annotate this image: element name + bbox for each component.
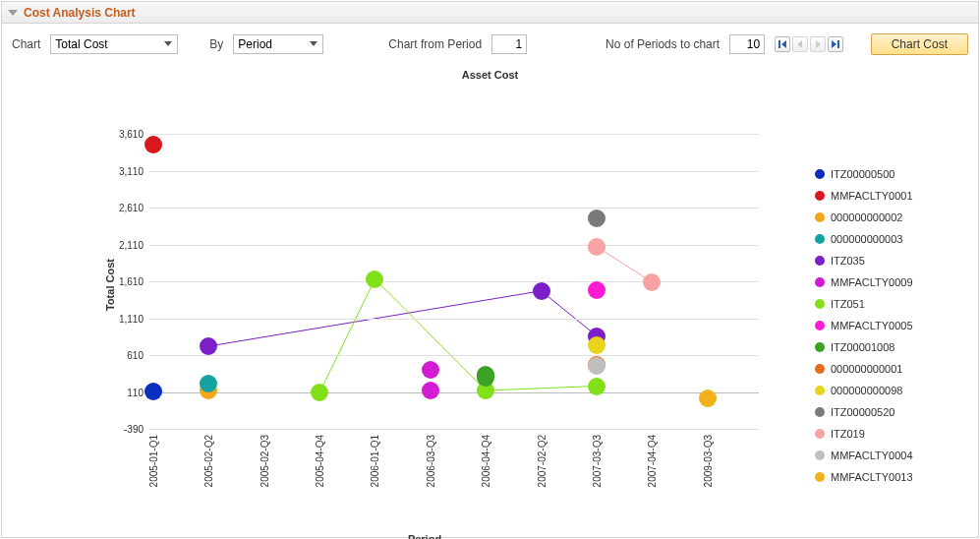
data-point[interactable] bbox=[588, 281, 605, 299]
gridline bbox=[149, 281, 759, 282]
nav-next-icon bbox=[810, 36, 826, 52]
legend-dot-icon bbox=[815, 234, 825, 244]
data-point[interactable] bbox=[643, 273, 661, 291]
x-tick-label: 2007-03-Q3 bbox=[591, 435, 602, 487]
svg-marker-1 bbox=[781, 40, 786, 48]
legend-item[interactable]: ITZ00001008 bbox=[815, 336, 962, 358]
data-point[interactable] bbox=[588, 378, 605, 395]
legend-item[interactable]: ITZ00000520 bbox=[815, 401, 962, 423]
gridline bbox=[149, 319, 759, 320]
data-point[interactable] bbox=[200, 375, 217, 392]
legend-item[interactable]: MMFACLTY0004 bbox=[815, 445, 962, 466]
legend-item[interactable]: ITZ051 bbox=[815, 293, 962, 315]
legend-dot-icon bbox=[815, 342, 825, 352]
data-point[interactable] bbox=[366, 270, 383, 288]
x-tick-label: 2006-04-Q4 bbox=[481, 435, 491, 487]
by-select[interactable]: Period bbox=[233, 34, 323, 54]
data-point[interactable] bbox=[200, 337, 217, 355]
chart-cost-button[interactable]: Chart Cost bbox=[871, 33, 968, 55]
periods-count-input[interactable] bbox=[729, 34, 765, 54]
collapse-icon[interactable] bbox=[8, 10, 18, 16]
data-point[interactable] bbox=[311, 384, 328, 401]
nav-last-icon[interactable] bbox=[828, 36, 843, 52]
data-point[interactable] bbox=[588, 238, 605, 256]
legend-label: ITZ035 bbox=[831, 255, 865, 267]
legend-item[interactable]: MMFACLTY0009 bbox=[815, 271, 962, 293]
data-point[interactable] bbox=[422, 382, 439, 399]
legend-label: 000000000002 bbox=[831, 211, 902, 223]
legend-dot-icon bbox=[815, 256, 825, 266]
data-point[interactable] bbox=[477, 369, 494, 387]
legend-dot-icon bbox=[815, 364, 825, 374]
x-tick-label: 2005-02-Q3 bbox=[259, 435, 269, 487]
legend-dot-icon bbox=[815, 429, 825, 439]
legend-item[interactable]: ITZ019 bbox=[815, 423, 962, 445]
x-tick-label: 2009-03-Q3 bbox=[702, 435, 713, 487]
legend-label: MMFACLTY0001 bbox=[831, 190, 913, 202]
svg-marker-4 bbox=[832, 40, 836, 48]
gridline bbox=[149, 208, 759, 209]
data-point[interactable] bbox=[588, 357, 605, 375]
data-point[interactable] bbox=[144, 136, 162, 153]
legend-dot-icon bbox=[815, 321, 825, 330]
x-tick-label: 2007-04-Q4 bbox=[647, 435, 658, 487]
legend-label: MMFACLTY0013 bbox=[831, 471, 913, 483]
by-label: By bbox=[209, 37, 223, 51]
gridline bbox=[149, 429, 759, 430]
legend-dot-icon bbox=[815, 277, 825, 287]
svg-marker-2 bbox=[797, 40, 802, 48]
legend-label: 000000000001 bbox=[831, 363, 902, 375]
svg-line-7 bbox=[542, 291, 597, 336]
data-point[interactable] bbox=[533, 282, 550, 300]
nav-prev-icon bbox=[792, 36, 808, 52]
legend-item[interactable]: 000000000003 bbox=[815, 228, 962, 250]
panel-title: Cost Analysis Chart bbox=[24, 6, 136, 20]
x-tick-label: 2005-01-Q1 bbox=[148, 435, 159, 487]
legend-item[interactable]: ITZ035 bbox=[815, 250, 962, 271]
x-tick-label: 2006-01-Q1 bbox=[370, 435, 380, 487]
legend-item[interactable]: MMFACLTY0005 bbox=[815, 315, 962, 336]
cost-analysis-panel: Cost Analysis Chart Chart Total Cost By … bbox=[1, 1, 979, 538]
data-point[interactable] bbox=[588, 336, 605, 354]
data-point[interactable] bbox=[588, 210, 605, 227]
legend-item[interactable]: 000000000001 bbox=[815, 358, 962, 380]
legend-label: ITZ051 bbox=[831, 298, 865, 310]
chart-title: Asset Cost bbox=[2, 55, 978, 81]
x-tick-label: 2006-03-Q3 bbox=[425, 435, 435, 487]
gridline bbox=[149, 245, 759, 246]
periods-count-label: No of Periods to chart bbox=[605, 37, 720, 51]
chart-label: Chart bbox=[12, 37, 40, 51]
nav-first-icon[interactable] bbox=[775, 36, 790, 52]
legend-item[interactable]: 000000000098 bbox=[815, 380, 962, 401]
data-point[interactable] bbox=[144, 383, 162, 400]
legend-label: ITZ00000500 bbox=[831, 168, 894, 180]
x-tick-label: 2007-02-Q2 bbox=[536, 435, 547, 487]
plot-area: -3901106101,1101,6102,1102,6103,1103,610… bbox=[149, 134, 759, 429]
svg-rect-0 bbox=[778, 40, 780, 48]
svg-line-10 bbox=[486, 387, 597, 391]
legend-dot-icon bbox=[815, 472, 825, 482]
chart-select[interactable]: Total Cost bbox=[50, 34, 178, 54]
legend-dot-icon bbox=[815, 212, 825, 222]
legend-dot-icon bbox=[815, 299, 825, 309]
data-point[interactable] bbox=[422, 361, 439, 379]
x-tick-label: 2005-04-Q4 bbox=[315, 435, 325, 487]
gridline bbox=[149, 171, 759, 172]
chart-region: Asset Cost Total Cost -3901106101,1101,6… bbox=[2, 55, 978, 533]
legend-item[interactable]: MMFACLTY0001 bbox=[815, 185, 962, 207]
gridline bbox=[149, 355, 759, 356]
data-point[interactable] bbox=[699, 389, 717, 407]
legend-item[interactable]: 000000000002 bbox=[815, 207, 962, 228]
svg-marker-3 bbox=[816, 40, 821, 48]
panel-titlebar[interactable]: Cost Analysis Chart bbox=[2, 2, 978, 24]
svg-rect-5 bbox=[837, 40, 839, 48]
from-period-input[interactable] bbox=[491, 34, 527, 54]
svg-line-8 bbox=[319, 279, 375, 393]
y-tick-label: 1,610 bbox=[85, 276, 144, 287]
legend-label: 000000000003 bbox=[831, 233, 902, 245]
legend-label: ITZ00001008 bbox=[831, 341, 894, 353]
legend-item[interactable]: ITZ00000500 bbox=[815, 163, 962, 185]
legend-item[interactable]: MMFACLTY0013 bbox=[815, 466, 962, 488]
legend-label: MMFACLTY0005 bbox=[831, 320, 913, 331]
y-tick-label: 610 bbox=[85, 350, 144, 361]
